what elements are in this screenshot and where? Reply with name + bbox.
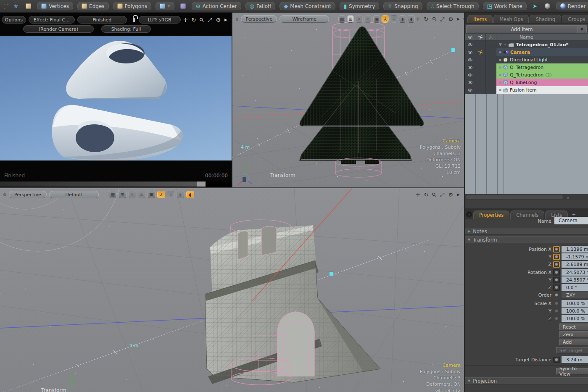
capsule-toggle-icon[interactable]: ◗ <box>177 191 185 198</box>
axis-cell[interactable] <box>486 48 496 56</box>
vertices-mode-button[interactable]: Vertices <box>37 2 73 11</box>
eye-icon[interactable] <box>465 48 475 56</box>
panel-menu-icon[interactable] <box>466 211 472 217</box>
projection-section-header[interactable]: ▼ Projection <box>465 377 588 384</box>
name-input[interactable]: Camera <box>554 217 588 224</box>
add-button[interactable]: Add <box>559 339 588 345</box>
draw-style-dropdown[interactable]: Default <box>49 191 99 198</box>
sync-to-view-button[interactable]: Sync to View <box>556 368 588 375</box>
item-row-q-tubelong[interactable]: ▪ Q-TubeLong <box>465 79 588 86</box>
symmetry-button[interactable]: ▮Symmetry <box>340 2 379 11</box>
bottom-shaded-viewport[interactable]: Y Perspective Default ▦ ⊞ ✕ ≋ ▣ Y Y ◗ ◖ … <box>0 188 464 392</box>
flyout-icon[interactable]: ▶ <box>457 17 460 21</box>
position-z-field[interactable]: 2.6189 m <box>562 261 588 268</box>
render-state-dropdown[interactable]: Finished <box>77 16 127 24</box>
scale-y-field[interactable]: 100.0 % <box>562 308 588 314</box>
tab-mesh-ops[interactable]: Mesh Ops <box>493 15 529 23</box>
viewport-dot-icon[interactable] <box>3 193 6 196</box>
work-plane-button[interactable]: ◳Work Plane <box>483 2 527 11</box>
plus-icon[interactable]: + <box>504 42 507 47</box>
effect-dropdown[interactable]: Effect: Final C... <box>29 16 75 24</box>
disable-toggle-icon[interactable]: ✕ <box>356 15 363 23</box>
order-toggle[interactable] <box>553 292 560 298</box>
overlay-toggle-icon[interactable]: ▣ <box>373 15 380 23</box>
edges-mode-button[interactable]: Edges <box>77 2 108 11</box>
lock-icon[interactable] <box>133 18 135 22</box>
scale-x-toggle[interactable] <box>553 300 560 307</box>
zoom-icon[interactable]: ⚲ <box>198 16 205 23</box>
polygons-mode-button[interactable]: Polygons <box>113 2 151 11</box>
wave-toggle-icon[interactable]: ≋ <box>138 191 146 198</box>
select-tool-button[interactable]: ➤ <box>531 2 539 11</box>
pin-cell[interactable] <box>475 56 486 63</box>
rotation-y-field[interactable]: 24.3507 ° <box>562 276 588 283</box>
rotate-icon[interactable]: ↻ <box>424 192 429 197</box>
maximize-icon[interactable]: ⤢ <box>208 17 212 23</box>
zero-button[interactable]: Zero <box>559 331 588 338</box>
scale-y-toggle[interactable] <box>553 308 560 314</box>
ptag-button[interactable] <box>179 2 187 11</box>
scale-x-field[interactable]: 100.0 % <box>562 300 588 307</box>
eye-icon[interactable] <box>465 71 475 79</box>
capsule-pair-toggle-icon[interactable]: ◖ <box>408 15 415 23</box>
target-distance-field[interactable]: 3.24 m <box>562 356 588 363</box>
tab-properties[interactable]: Properties <box>473 210 509 219</box>
collapse-arrow-icon[interactable]: ▼ <box>499 42 502 47</box>
tab-channels[interactable]: Channels <box>510 210 544 219</box>
axis-pivot-toggle-icon[interactable]: Y <box>167 191 175 198</box>
position-x-toggle[interactable] <box>553 246 560 253</box>
position-y-field[interactable]: -1.1579 m <box>562 253 588 260</box>
axis-y-toggle-icon[interactable]: Y <box>157 191 165 198</box>
pin-cell[interactable] <box>475 86 486 94</box>
axis-cell[interactable] <box>486 56 496 63</box>
add-item-dropdown[interactable]: Add Item ▼ <box>466 25 587 33</box>
falloff-button[interactable]: ◎Falloff <box>245 2 276 11</box>
notes-section-header[interactable]: ▶ Notes <box>465 228 588 235</box>
target-distance-toggle[interactable] <box>553 357 560 363</box>
axis-y-toggle-icon[interactable]: Y <box>382 15 389 23</box>
item-row-fusion-item[interactable]: ▪ Fusion Item <box>465 86 588 94</box>
auto-mode-button[interactable] <box>24 2 33 11</box>
flyout-icon[interactable]: ▶ <box>224 18 227 22</box>
options-button[interactable]: Options <box>2 16 26 24</box>
move-icon[interactable]: ✛ <box>183 17 188 23</box>
app-menu-icon[interactable]: ∘∘∘ <box>3 2 10 11</box>
render-camera-dropdown[interactable]: (Render Camera) <box>23 25 94 33</box>
item-row-directional-light[interactable]: ▪ Directional Light <box>465 56 588 63</box>
view-mode-dropdown[interactable]: Perspective <box>241 15 277 23</box>
rotation-y-toggle[interactable] <box>553 277 560 283</box>
select-through-button[interactable]: ∴Select Through <box>427 2 479 11</box>
maximize-icon[interactable]: ⤢ <box>440 16 444 22</box>
pin-icon[interactable] <box>475 48 486 56</box>
eye-icon[interactable] <box>465 63 475 71</box>
scale-z-field[interactable]: 100.0 % <box>562 315 588 322</box>
eye-icon[interactable] <box>465 79 475 86</box>
chevron-down-icon[interactable]: ▼ <box>577 25 587 33</box>
rendered-image[interactable] <box>0 36 232 160</box>
item-row-scene[interactable]: ▼+ Tetragedron_01.lxo* <box>465 41 588 48</box>
axis-cell[interactable] <box>486 63 496 71</box>
transform-section-header[interactable]: ▼ Transform <box>465 236 588 243</box>
pin-cell[interactable] <box>475 79 486 86</box>
action-center-button[interactable]: ⊕Action Center <box>192 2 241 11</box>
view-mode-dropdown[interactable]: Perspective <box>9 191 47 198</box>
rotation-z-field[interactable]: 0.0 ° <box>562 284 588 291</box>
set-target-button[interactable]: Set Target <box>556 347 588 354</box>
tab-shading[interactable]: Shading <box>530 15 561 23</box>
maximize-icon[interactable]: ⤢ <box>440 192 444 197</box>
item-row-q-tetragedron[interactable]: ▪ Q_Tetragedron <box>465 63 588 71</box>
render-button[interactable]: RenderF9 <box>556 2 588 11</box>
move-icon[interactable]: ✛ <box>416 16 420 22</box>
pin-cell[interactable] <box>475 71 486 79</box>
rotation-z-toggle[interactable] <box>553 284 560 291</box>
flyout-icon[interactable]: ▶ <box>457 193 460 197</box>
selection-dropdown-button[interactable]: ▼ <box>156 2 174 11</box>
item-row-q-tetragedron-2[interactable]: ▪ Q_Tetragedron (2) <box>465 71 588 79</box>
position-y-toggle[interactable] <box>553 254 560 260</box>
order-field[interactable]: ZXY <box>562 292 588 298</box>
rotation-x-field[interactable]: 24.5073 ° <box>562 269 588 276</box>
item-mode-button[interactable]: ✯ <box>12 2 20 11</box>
axis-cell[interactable] <box>486 71 496 79</box>
mesh-constraint-button[interactable]: ◆Mesh Constraint <box>279 2 335 11</box>
lut-dropdown[interactable]: LUT: sRGB <box>139 16 181 24</box>
